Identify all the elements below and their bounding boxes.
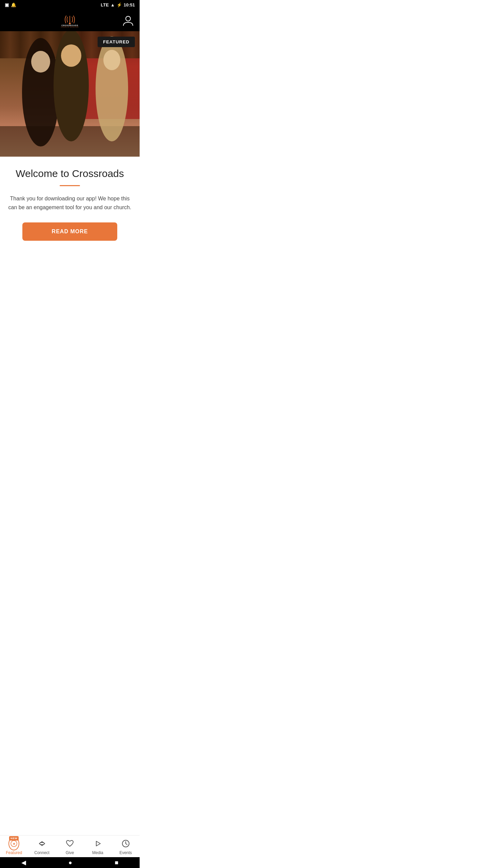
signal-icon: ▲	[110, 2, 115, 7]
status-bar: ▣ 🔔 LTE ▲ ⚡ 10:51	[0, 0, 140, 9]
content-body: Thank you for downloading our app! We ho…	[7, 194, 133, 212]
hero-people-scene	[0, 31, 140, 157]
content-area: Welcome to Crossroads Thank you for down…	[0, 157, 140, 248]
profile-button[interactable]	[122, 14, 134, 26]
title-divider	[60, 185, 80, 186]
svg-point-8	[61, 44, 81, 67]
featured-badge: FEATURED	[98, 37, 135, 47]
status-right: LTE ▲ ⚡ 10:51	[101, 2, 135, 7]
svg-point-3	[126, 16, 130, 21]
logo-svg: CROSSROADS CHURCH BENSON	[56, 12, 83, 28]
svg-text:CHURCH BENSON: CHURCH BENSON	[61, 26, 79, 28]
svg-point-10	[103, 50, 120, 70]
page-title: Welcome to Crossroads	[7, 167, 133, 180]
svg-point-6	[31, 51, 50, 73]
lte-label: LTE	[101, 2, 109, 7]
app-logo: CROSSROADS CHURCH BENSON	[56, 12, 83, 28]
hero-image: FEATURED	[0, 31, 140, 157]
notification-icon: 🔔	[11, 2, 16, 7]
read-more-button[interactable]: READ MORE	[22, 222, 117, 241]
sim-icon: ▣	[5, 2, 9, 7]
status-left: ▣ 🔔	[5, 2, 16, 7]
header: CROSSROADS CHURCH BENSON	[0, 9, 140, 31]
time-label: 10:51	[124, 2, 135, 7]
battery-icon: ⚡	[117, 2, 122, 7]
